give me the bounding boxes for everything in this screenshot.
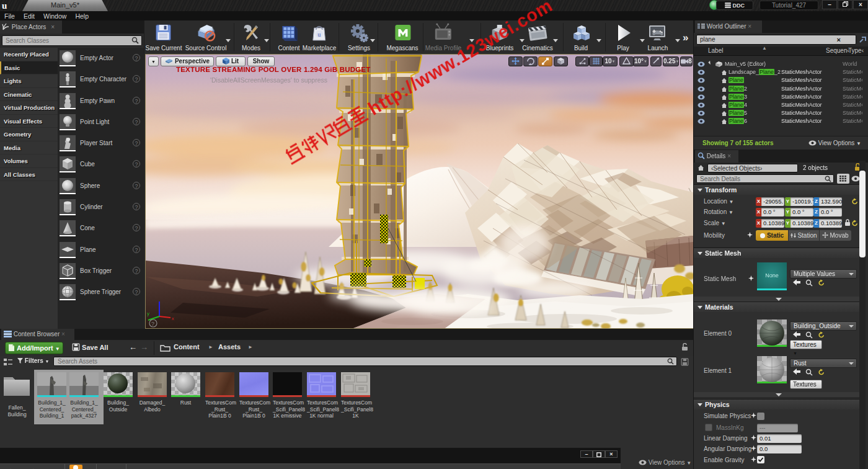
svg-text:?: ? [151,321,154,327]
svg-text:y: y [147,311,149,316]
svg-text:u: u [318,31,321,38]
svg-text:x: x [172,316,174,321]
